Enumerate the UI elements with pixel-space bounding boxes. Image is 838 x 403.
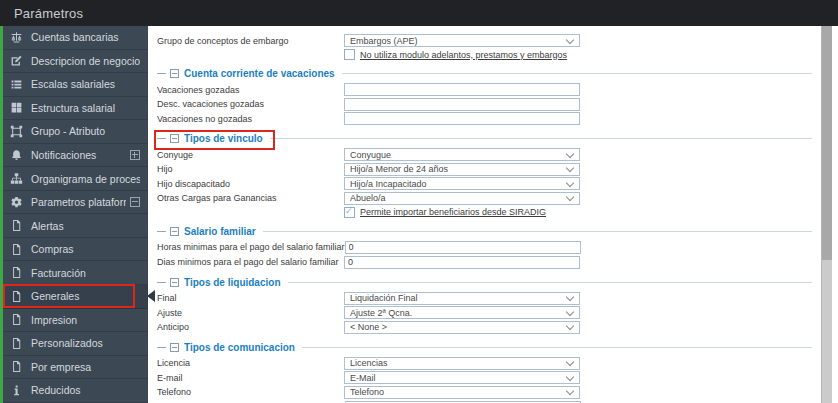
file-icon xyxy=(10,360,25,373)
sidebar-item-impresion[interactable]: Impresion xyxy=(3,309,148,333)
dropdown-licencia[interactable]: Licencias xyxy=(344,357,580,370)
sidebar-item-label: Escalas salariales xyxy=(31,78,140,90)
dropdown-final[interactable]: Liquidación Final xyxy=(344,292,580,305)
sidebar-nav: Cuentas bancariasDescripcion de negocioE… xyxy=(0,26,148,403)
form-row: TelefonoTelefono xyxy=(157,386,812,399)
sidebar-item-compras[interactable]: Compras xyxy=(3,238,148,262)
sidebar-item-descripcion-de-negocio[interactable]: Descripcion de negocio xyxy=(3,50,148,74)
field-control: < None > xyxy=(344,321,580,334)
collapse-icon[interactable] xyxy=(170,343,179,352)
sidebar-item-alertas[interactable]: Alertas xyxy=(3,214,148,238)
section-rule xyxy=(270,138,812,139)
chevron-down-icon xyxy=(566,358,574,366)
checkbox[interactable] xyxy=(344,49,355,60)
section-dash xyxy=(157,73,166,74)
collapse-icon[interactable] xyxy=(170,134,179,143)
field-label: Ajuste xyxy=(157,308,344,318)
text-input-vacaciones-no-gozadas[interactable] xyxy=(344,112,580,125)
field-control xyxy=(344,112,580,125)
sidebar-item-facturaci-n[interactable]: Facturación xyxy=(3,261,148,285)
field-control: Ajuste 2ª Qcna. xyxy=(344,306,580,319)
sidebar-item-label: Descripcion de negocio xyxy=(31,55,140,67)
edit-icon xyxy=(10,54,25,67)
dropdown-conyuge[interactable]: Conyugue xyxy=(344,148,580,161)
field-label: Vacaciones gozadas xyxy=(157,85,344,95)
section-dash xyxy=(157,347,166,348)
sidebar-item-label: Generales xyxy=(31,290,140,302)
text-input-horas-minimas-para-el-pago-del-salario-familiar[interactable] xyxy=(345,241,581,254)
sitemap-icon xyxy=(10,172,25,185)
selected-item-pointer xyxy=(147,290,155,302)
field-control: Conyugue xyxy=(344,148,580,161)
vertical-scrollbar[interactable] xyxy=(821,26,832,403)
section-header-tipos-de-vinculo: Tipos de vinculo xyxy=(157,132,812,145)
content-panel: Grupo de conceptos de embargoEmbargos (A… xyxy=(148,26,838,403)
checkbox-link[interactable]: Permite importar beneficiarios desde SIR… xyxy=(360,207,546,217)
sidebar-item-personalizados[interactable]: Personalizados xyxy=(3,332,148,356)
section-rule xyxy=(288,282,813,283)
dropdown-value: Ajuste 2ª Qcna. xyxy=(350,308,563,318)
dropdown-value: Hijo/a Incapacitado xyxy=(350,179,563,189)
collapse-icon[interactable] xyxy=(170,227,179,236)
collapse-icon[interactable] xyxy=(130,197,140,207)
form-row: Vacaciones gozadas xyxy=(157,83,812,96)
dropdown-e-mail[interactable]: E-Mail xyxy=(344,371,580,384)
dropdown-anticipo[interactable]: < None > xyxy=(344,321,580,334)
form-row: Dias minimos para el pago del salario fa… xyxy=(157,256,812,269)
checkbox-row: Permite importar beneficiarios desde SIR… xyxy=(157,207,812,218)
dropdown-grupo-de-conceptos-de-embargo[interactable]: Embargos (APE) xyxy=(344,34,580,47)
dropdown-telefono[interactable]: Telefono xyxy=(344,386,580,399)
sidebar-item-organigrama-de-procesos[interactable]: Organigrama de procesos xyxy=(3,167,148,191)
dropdown-value: Embargos (APE) xyxy=(350,36,563,46)
text-input-dias-minimos-para-el-pago-del-salario-familiar[interactable] xyxy=(344,256,580,269)
dropdown-value: Telefono xyxy=(350,387,563,397)
chevron-down-icon xyxy=(566,322,574,330)
dropdown-ajuste[interactable]: Ajuste 2ª Qcna. xyxy=(344,306,580,319)
section-rule xyxy=(263,231,812,232)
text-input-vacaciones-gozadas[interactable] xyxy=(344,83,580,96)
field-label: Vacaciones no gozadas xyxy=(157,114,344,124)
section-dash xyxy=(157,282,166,283)
dropdown-hijo-discapacitado[interactable]: Hijo/a Incapacitado xyxy=(344,177,580,190)
sidebar-item-label: Cuentas bancarias xyxy=(31,31,140,43)
gears-icon xyxy=(10,196,25,209)
section-header-tipos-de-comunicacion: Tipos de comunicacion xyxy=(157,341,812,354)
page-title: Parámetros xyxy=(0,6,83,21)
info-icon xyxy=(10,384,25,397)
section-rule xyxy=(302,347,812,348)
chevron-down-icon xyxy=(566,149,574,157)
collapse-icon[interactable] xyxy=(170,69,179,78)
section-title: Salario familiar xyxy=(184,226,256,237)
section-title: Tipos de vinculo xyxy=(184,133,263,144)
sidebar-item-reducidos[interactable]: Reducidos xyxy=(3,379,148,403)
scrollbar-thumb[interactable] xyxy=(822,26,832,260)
dropdown-value: Conyugue xyxy=(350,150,563,160)
sidebar-item-estructura-salarial[interactable]: Estructura salarial xyxy=(3,97,148,121)
dropdown-otras-cargas-para-ganancias[interactable]: Abuelo/a xyxy=(344,192,580,205)
form-row: Desc. vacaciones gozadas xyxy=(157,98,812,111)
sidebar-item-escalas-salariales[interactable]: Escalas salariales xyxy=(3,73,148,97)
chevron-down-icon xyxy=(566,193,574,201)
expand-icon[interactable] xyxy=(130,150,140,160)
sidebar-item-generales[interactable]: Generales xyxy=(3,285,148,309)
form-row: Otras Cargas para GananciasAbuelo/a xyxy=(157,192,812,205)
sidebar-item-cuentas-bancarias[interactable]: Cuentas bancarias xyxy=(3,26,148,50)
section-title: Cuenta corriente de vacaciones xyxy=(184,68,335,79)
checkbox[interactable] xyxy=(344,207,355,218)
file-icon xyxy=(10,243,25,256)
field-label: Desc. vacaciones gozadas xyxy=(157,99,344,109)
sidebar-item-por-empresa[interactable]: Por empresa xyxy=(3,356,148,380)
dropdown-hijo[interactable]: Hijo/a Menor de 24 años xyxy=(344,163,580,176)
sidebar-item-label: Grupo - Atributo xyxy=(31,125,140,137)
checkbox-row: No utiliza modulo adelantos, prestamos y… xyxy=(157,49,812,60)
form-row: E-mailE-Mail xyxy=(157,371,812,384)
sidebar-item-notificaciones[interactable]: Notificaciones xyxy=(3,144,148,168)
section-dash xyxy=(157,231,166,232)
sidebar-item-grupo-atributo[interactable]: Grupo - Atributo xyxy=(3,120,148,144)
checkbox-link[interactable]: No utiliza modulo adelantos, prestamos y… xyxy=(360,50,567,60)
field-label: Anticipo xyxy=(157,322,344,332)
text-input-desc-vacaciones-gozadas[interactable] xyxy=(344,98,580,111)
sidebar-item-parametros-plataforma[interactable]: Parametros plataforma xyxy=(3,191,148,215)
collapse-icon[interactable] xyxy=(170,278,179,287)
file-icon xyxy=(10,219,25,232)
